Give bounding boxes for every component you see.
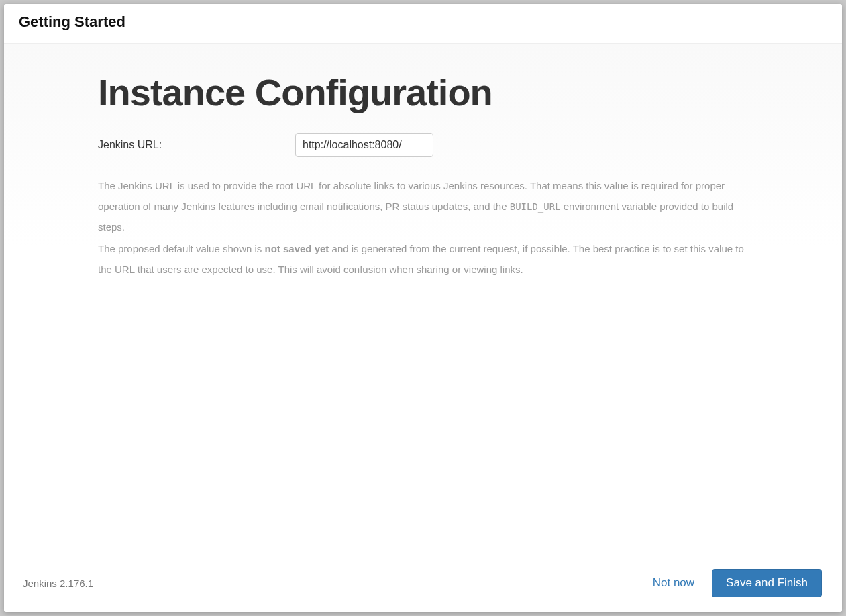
jenkins-url-row: Jenkins URL: [98,133,748,157]
jenkins-url-label: Jenkins URL: [98,139,295,151]
help-bold: not saved yet [265,243,329,254]
modal-footer: Jenkins 2.176.1 Not now Save and Finish [4,554,842,612]
setup-wizard-modal: Getting Started Instance Configuration J… [4,4,842,612]
page-title: Instance Configuration [98,70,748,114]
help-paragraph-1: The Jenkins URL is used to provide the r… [98,176,748,238]
not-now-button[interactable]: Not now [641,570,706,597]
jenkins-url-input[interactable] [295,133,433,157]
version-label: Jenkins 2.176.1 [23,578,93,589]
header-title: Getting Started [19,13,827,31]
save-and-finish-button[interactable]: Save and Finish [712,569,822,597]
help-code: BUILD_URL [510,201,561,212]
modal-header: Getting Started [4,4,842,44]
modal-body: Instance Configuration Jenkins URL: The … [4,44,842,554]
help-paragraph-2: The proposed default value shown is not … [98,239,748,280]
help-text: The Jenkins URL is used to provide the r… [98,176,748,280]
help-text-segment: The proposed default value shown is [98,243,265,254]
